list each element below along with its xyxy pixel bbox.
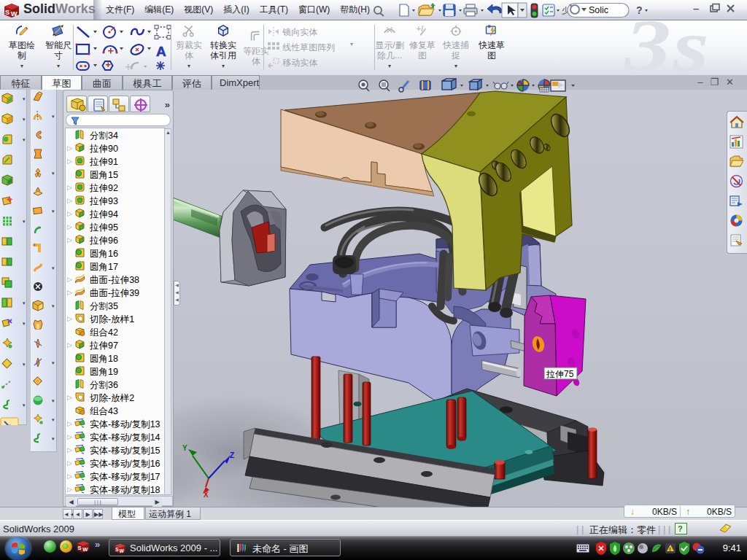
svg-text:Z: Z bbox=[230, 451, 234, 459]
svg-text:▾: ▾ bbox=[23, 362, 26, 367]
svg-text:▾: ▾ bbox=[23, 96, 26, 101]
svg-text:S: S bbox=[78, 545, 82, 552]
svg-text:?: ? bbox=[678, 524, 683, 533]
svg-text:–: – bbox=[693, 2, 699, 15]
svg-text:S: S bbox=[115, 547, 118, 552]
svg-text:X: X bbox=[204, 491, 209, 499]
svg-text:!: ! bbox=[669, 547, 670, 552]
svg-text:▾: ▾ bbox=[23, 137, 26, 142]
svg-text:W: W bbox=[120, 548, 124, 553]
svg-text:▾: ▾ bbox=[52, 417, 55, 422]
svg-text:A: A bbox=[156, 44, 166, 59]
svg-text:?: ? bbox=[636, 4, 643, 16]
svg-text:S: S bbox=[5, 9, 9, 16]
svg-text:▾: ▾ bbox=[52, 303, 55, 308]
svg-text:Y: Y bbox=[182, 444, 187, 452]
svg-text:▾: ▾ bbox=[23, 300, 26, 306]
svg-text:+/: +/ bbox=[417, 24, 423, 33]
svg-text:▾: ▾ bbox=[52, 398, 55, 403]
svg-text:▾: ▾ bbox=[52, 171, 55, 176]
svg-text:▾: ▾ bbox=[23, 321, 26, 326]
svg-text:▾: ▾ bbox=[52, 436, 55, 441]
svg-text:▾: ▾ bbox=[20, 424, 23, 425]
svg-text:▾: ▾ bbox=[52, 265, 55, 271]
svg-text:▾: ▾ bbox=[52, 360, 55, 365]
svg-text:▾: ▾ bbox=[23, 117, 26, 122]
svg-text:W: W bbox=[82, 546, 88, 553]
svg-text:拉伸75: 拉伸75 bbox=[546, 369, 574, 379]
svg-text:▾: ▾ bbox=[23, 402, 26, 408]
svg-text:▾: ▾ bbox=[52, 209, 55, 214]
svg-text:▾: ▾ bbox=[23, 219, 26, 224]
svg-text:W: W bbox=[11, 10, 18, 18]
svg-text:▾: ▾ bbox=[52, 114, 55, 119]
svg-text:Solic: Solic bbox=[589, 5, 608, 15]
